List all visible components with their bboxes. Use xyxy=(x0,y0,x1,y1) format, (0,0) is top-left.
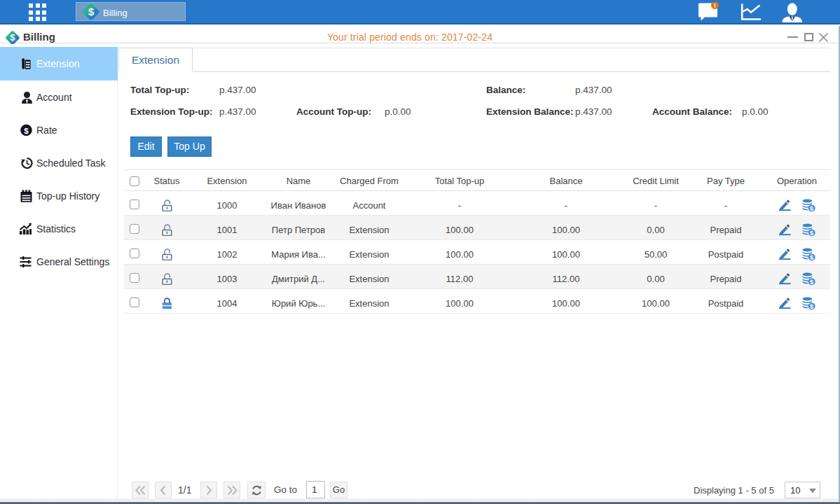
svg-text:$: $ xyxy=(810,302,813,309)
svg-text:$: $ xyxy=(810,229,813,236)
svg-text:$: $ xyxy=(88,6,95,18)
svg-text:$: $ xyxy=(810,278,813,285)
svg-text:$: $ xyxy=(24,125,29,134)
svg-text:$: $ xyxy=(810,253,813,260)
svg-text:!: ! xyxy=(714,2,716,9)
svg-text:$: $ xyxy=(810,204,813,211)
